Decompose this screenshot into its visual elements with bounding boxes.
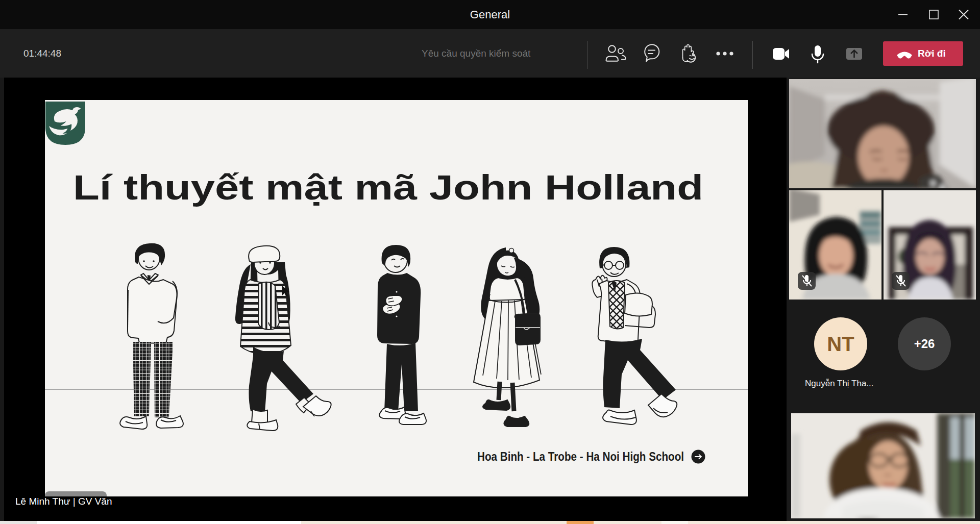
- svg-text:Lí thuyết mật mã John Holland: Lí thuyết mật mã John Holland: [73, 168, 703, 207]
- svg-text:Hoa Binh - La Trobe - Ha Noi H: Hoa Binh - La Trobe - Ha Noi High School: [477, 450, 684, 463]
